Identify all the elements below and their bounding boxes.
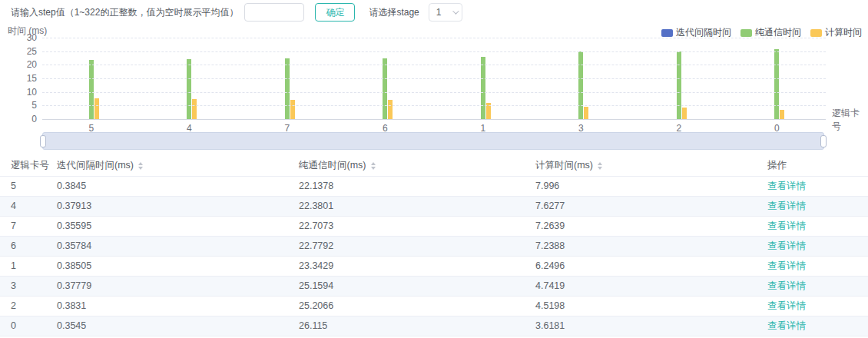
table-row: 40.3791322.38017.6277查看详情 [0, 196, 868, 216]
cell-compute: 7.2639 [535, 216, 767, 236]
table-row: 70.3559522.70737.2639查看详情 [0, 216, 868, 236]
table-row: 30.3777925.15944.7419查看详情 [0, 276, 868, 296]
y-tick-label: 20 [27, 59, 37, 70]
table-row: 10.3850523.34296.2496查看详情 [0, 256, 868, 276]
stage-select[interactable]: 1 [429, 3, 462, 22]
cell-interval: 0.37913 [57, 196, 299, 216]
legend-swatch-icon [810, 29, 822, 37]
column-header-card: 逻辑卡号 [0, 156, 57, 176]
metrics-table: 逻辑卡号迭代间隔时间(ms)纯通信时间(ms)计算时间(ms)操作 50.384… [0, 156, 868, 336]
stage-select-label: 请选择stage [369, 6, 419, 19]
sort-descending-icon[interactable] [138, 167, 143, 170]
view-details-link[interactable]: 查看详情 [767, 200, 806, 211]
sort-ascending-icon[interactable] [371, 162, 376, 165]
cell-card: 3 [0, 276, 57, 296]
x-axis-line [42, 119, 826, 120]
table-row: 20.383125.20664.5198查看详情 [0, 296, 868, 316]
cell-action: 查看详情 [767, 276, 868, 296]
datazoom-right-handle[interactable] [820, 135, 827, 147]
plot-area [42, 38, 826, 120]
view-details-link[interactable]: 查看详情 [767, 240, 806, 251]
cell-comm: 26.115 [299, 316, 535, 336]
datazoom-left-handle[interactable] [40, 135, 46, 147]
cell-card: 7 [0, 216, 57, 236]
column-header-interval[interactable]: 迭代间隔时间(ms) [57, 156, 299, 176]
cell-compute: 4.7419 [535, 276, 767, 296]
bar-计算时间 [682, 108, 687, 120]
y-tick-label: 10 [27, 87, 37, 98]
cell-interval: 0.35595 [57, 216, 299, 236]
sort-ascending-icon[interactable] [138, 162, 143, 165]
cell-action: 查看详情 [767, 196, 868, 216]
column-header-compute[interactable]: 计算时间(ms) [535, 156, 767, 176]
view-details-link[interactable]: 查看详情 [767, 300, 806, 311]
cell-interval: 0.35784 [57, 236, 299, 256]
column-header-action: 操作 [767, 156, 868, 176]
stage-select-value: 1 [436, 7, 442, 18]
step-input-label: 请输入step值（1~322的正整数，值为空时展示平均值） [11, 6, 238, 19]
cell-card: 6 [0, 236, 57, 256]
y-tick-label: 25 [27, 46, 37, 57]
cell-card: 4 [0, 196, 57, 216]
column-header-label: 纯通信时间(ms) [299, 160, 366, 171]
y-tick-label: 0 [31, 114, 37, 124]
cell-compute: 7.2388 [535, 236, 767, 256]
cell-card: 1 [0, 256, 57, 276]
table-body: 50.384522.13787.996查看详情40.3791322.38017.… [0, 176, 868, 336]
legend-swatch-icon [661, 29, 673, 37]
gridline [42, 65, 826, 65]
column-header-comm[interactable]: 纯通信时间(ms) [299, 156, 535, 176]
sort-icon[interactable] [138, 162, 143, 170]
cell-action: 查看详情 [767, 316, 868, 336]
sort-icon[interactable] [598, 162, 602, 170]
view-details-link[interactable]: 查看详情 [767, 260, 806, 271]
y-axis-ticks: 051015202530 [0, 38, 37, 120]
table-header-row: 逻辑卡号迭代间隔时间(ms)纯通信时间(ms)计算时间(ms)操作 [0, 156, 868, 176]
gridline [42, 78, 826, 79]
cell-comm: 22.7073 [299, 216, 535, 236]
cell-action: 查看详情 [767, 176, 868, 196]
gridline [42, 51, 826, 52]
datazoom-slider[interactable] [42, 132, 824, 150]
sort-icon[interactable] [371, 162, 376, 170]
bar-计算时间 [290, 100, 295, 120]
legend-label: 计算时间 [825, 26, 862, 39]
column-header-label: 计算时间(ms) [535, 160, 593, 171]
confirm-button[interactable]: 确定 [315, 3, 355, 22]
cell-action: 查看详情 [767, 236, 868, 256]
column-header-label: 逻辑卡号 [11, 160, 49, 171]
gridline [42, 105, 826, 106]
view-details-link[interactable]: 查看详情 [767, 181, 806, 191]
bar-纯通信时间 [481, 57, 485, 120]
bar-纯通信时间 [89, 60, 94, 120]
chevron-down-icon [452, 8, 459, 14]
legend-swatch-icon [740, 29, 752, 37]
column-header-label: 操作 [767, 160, 787, 171]
sort-descending-icon[interactable] [598, 167, 602, 170]
cell-action: 查看详情 [767, 296, 868, 316]
sort-descending-icon[interactable] [371, 167, 376, 170]
cell-card: 2 [0, 296, 57, 316]
cell-compute: 4.5198 [535, 296, 767, 316]
cell-card: 5 [0, 176, 57, 196]
x-axis-title: 逻辑卡号 [832, 107, 868, 133]
view-details-link[interactable]: 查看详情 [767, 220, 806, 231]
cell-interval: 0.3845 [57, 176, 299, 196]
cell-comm: 23.3429 [299, 256, 535, 276]
cell-compute: 3.6181 [535, 316, 767, 336]
view-details-link[interactable]: 查看详情 [767, 280, 806, 291]
cell-action: 查看详情 [767, 256, 868, 276]
view-details-link[interactable]: 查看详情 [767, 320, 806, 331]
bar-计算时间 [192, 99, 197, 120]
bar-纯通信时间 [187, 59, 191, 120]
step-input[interactable] [244, 3, 304, 22]
cell-interval: 0.3831 [57, 296, 299, 316]
bar-纯通信时间 [383, 58, 387, 120]
column-header-label: 迭代间隔时间(ms) [57, 160, 134, 171]
cell-comm: 22.7792 [299, 236, 535, 256]
bar-纯通信时间 [578, 51, 583, 120]
bar-chart: 时间 (ms) 迭代间隔时间纯通信时间计算时间 051015202530 547… [0, 25, 868, 149]
y-tick-label: 30 [27, 32, 37, 43]
cell-interval: 0.38505 [57, 256, 299, 276]
sort-ascending-icon[interactable] [598, 162, 602, 165]
